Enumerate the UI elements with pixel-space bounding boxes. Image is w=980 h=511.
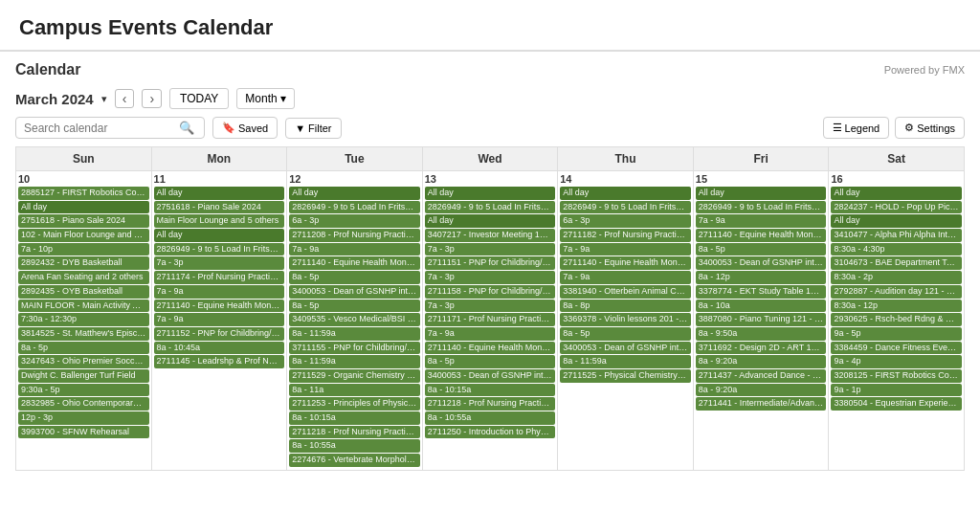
list-item[interactable]: 7a - 9a [560,243,691,256]
list-item[interactable]: 8a - 11a [289,384,420,397]
list-item[interactable]: 9a - 4p [831,355,962,368]
list-item[interactable]: 2711171 - Prof Nursing Practice II - NUR… [425,313,556,326]
list-item[interactable]: 8a - 12p [696,271,827,284]
list-item[interactable]: 2885127 - FIRST Robotics Competition f..… [18,187,149,200]
list-item[interactable]: 12p - 3p [18,411,149,425]
list-item[interactable]: 6a - 3p [289,214,420,228]
list-item[interactable]: 8a - 10:55a [425,411,556,425]
list-item[interactable]: 8a - 9:20a [696,384,827,397]
list-item[interactable]: 7a - 9a [696,214,827,228]
month-year-label[interactable]: March 2024 [15,91,94,107]
list-item[interactable]: 3381940 - Otterbein Animal Coalition OFF… [560,285,691,299]
list-item[interactable]: 2711208 - Prof Nursing Practice I - NURS… [289,229,420,242]
list-item[interactable]: 8:30a - 12p [831,300,962,313]
list-item[interactable]: 2711525 - Physical Chemistry I Lab (WI) … [560,369,691,383]
list-item[interactable]: 2711441 - Intermediate/Advanced Dance... [696,397,827,411]
settings-button[interactable]: ⚙ Settings [895,117,965,139]
list-item[interactable]: All day [289,187,420,200]
list-item[interactable]: 3104673 - BAE Department Tax Aide (for 1… [831,256,962,270]
list-item[interactable]: 8a - 10:15a [289,411,420,425]
list-item[interactable]: 3887080 - Piano Tuning 121 - Riley Audit… [696,313,827,326]
list-item[interactable]: 2711250 - Introduction to Physics II - P… [425,426,556,439]
list-item[interactable]: 2826949 - 9 to 5 Load In Fritsche Family… [289,201,420,214]
list-item[interactable]: 8a - 5p [18,342,149,355]
list-item[interactable]: 2711151 - PNP for Childbring/Childrng Fe… [425,256,556,270]
list-item[interactable]: 8a - 5p [289,271,420,284]
list-item[interactable]: 2711140 - Equine Health Monitoring - EQ … [425,342,556,355]
list-item[interactable]: 2751618 - Piano Sale 2024 [154,201,285,214]
list-item[interactable]: 7a - 9a [425,327,556,341]
list-item[interactable]: 9a - 5p [831,327,962,341]
list-item[interactable]: All day [425,187,556,200]
list-item[interactable]: 2711182 - Prof Nursing Practice I - NURS… [560,229,691,242]
list-item[interactable]: 3400053 - Dean of GSNHP interviews 306 -… [696,256,827,270]
list-item[interactable]: 2832985 - Ohio Contemporary Chinese S [18,397,149,411]
list-item[interactable]: 8a - 9:20a [696,355,827,368]
list-item[interactable]: 8:30a - 4:30p [831,243,962,256]
list-item[interactable]: 2711140 - Equine Health Monitoring - EQ … [696,229,827,242]
list-item[interactable]: 8a - 11:59a [560,355,691,368]
list-item[interactable]: 7a - 9a [289,243,420,256]
list-item[interactable]: 2751618 - Piano Sale 2024 [18,214,149,228]
list-item[interactable]: 2711152 - PNP for Childbring/Childrng Fe… [154,327,285,341]
list-item[interactable]: 2711218 - Prof Nursing Practice I - NUR.… [289,426,420,439]
list-item[interactable]: 8a - 10:55a [289,439,420,453]
list-item[interactable]: 2711253 - Principles of Physics II - PHY… [289,397,420,411]
list-item[interactable]: All day [831,187,962,200]
list-item[interactable]: 7a - 3p [154,256,285,270]
list-item[interactable]: Dwight C. Ballenger Turf Field [18,369,149,383]
list-item[interactable]: 2711145 - Leadrshp & Prof Nur Pract (W 1… [154,355,285,368]
list-item[interactable]: 2930625 - Rsch-bed Rdng & Wrng PK-3... [831,313,962,326]
list-item[interactable]: All day [154,187,285,200]
list-item[interactable]: 8a - 5p [696,243,827,256]
list-item[interactable]: 8a - 5p [425,355,556,368]
list-item[interactable]: All day [696,187,827,200]
list-item[interactable]: 2892435 - OYB Basketball [18,285,149,299]
legend-button[interactable]: ☰ Legend [823,117,890,139]
list-item[interactable]: 2274676 - Vertebrate Morphology - BIO 3 [289,454,420,467]
list-item[interactable]: 7a - 3p [425,271,556,284]
list-item[interactable]: 2711158 - PNP for Childbring/Childrng Fe… [425,285,556,299]
list-item[interactable]: 3400053 - Dean of GSNHP interviews 306 -… [425,369,556,383]
list-item[interactable]: All day [831,214,962,228]
list-item[interactable]: 3247643 - Ohio Premier Soccer Club [18,355,149,368]
list-item[interactable]: 8a - 5p [560,327,691,341]
list-item[interactable]: 8a - 11:59a [289,355,420,368]
list-item[interactable]: 2792887 - Audition day 121 - Riley Audit… [831,285,962,299]
list-item[interactable]: 2711140 - Equine Health Monitoring - EQ … [289,256,420,270]
list-item[interactable]: 7a - 3p [425,300,556,313]
list-item[interactable]: Arena Fan Seating and 2 others [18,271,149,284]
list-item[interactable]: 2826949 - 9 to 5 Load In Fritsche Family… [425,201,556,214]
list-item[interactable]: Main Floor Lounge and 5 others [154,214,285,228]
search-button[interactable]: 🔍 [177,121,196,135]
today-button[interactable]: TODAY [169,88,229,109]
list-item[interactable]: 7a - 10p [18,243,149,256]
next-month-button[interactable]: › [142,89,162,108]
list-item[interactable]: 9:30a - 5p [18,384,149,397]
list-item[interactable]: MAIN FLOOR - Main Activity Area and 2... [18,300,149,313]
list-item[interactable]: All day [154,229,285,242]
list-item[interactable]: 2711140 - Equine Health Monitoring - EQ … [560,256,691,270]
prev-month-button[interactable]: ‹ [115,89,135,108]
list-item[interactable]: 3400053 - Dean of GSNHP interviews 306 -… [289,285,420,299]
list-item[interactable]: 8a - 10:45a [154,342,285,355]
list-item[interactable]: 2892432 - DYB Basketball [18,256,149,270]
list-item[interactable]: 3410477 - Alpha Phi Alpha Intake 110 - S… [831,229,962,242]
list-item[interactable]: 3993700 - SFNW Rehearsal [18,426,149,439]
list-item[interactable]: 7a - 3p [425,243,556,256]
list-item[interactable]: 102 - Main Floor Lounge and 5 others [18,229,149,242]
list-item[interactable]: 8a - 10a [696,300,827,313]
list-item[interactable]: 7a - 9a [154,285,285,299]
list-item[interactable]: 2824237 - HOLD - Pop Up Pickers Club The… [831,201,962,214]
list-item[interactable]: 3378774 - EKT Study Table 112 - Smart Cl… [696,285,827,299]
list-item[interactable]: 2826949 - 9 to 5 Load In Fritsche Family… [560,201,691,214]
list-item[interactable]: 3384459 - Dance Fitness Event Main Loung… [831,342,962,355]
search-input[interactable] [24,122,177,135]
list-item[interactable]: 8a - 8p [560,300,691,313]
list-item[interactable]: 8a - 5p [289,300,420,313]
list-item[interactable]: 3409535 - Vesco Medical/BSI audit 442 - … [289,313,420,326]
list-item[interactable]: 3380504 - Equestrian Experience Day [831,397,962,411]
list-item[interactable]: All day [425,214,556,228]
list-item[interactable]: 8a - 11:59a [289,327,420,341]
list-item[interactable]: 8:30a - 2p [831,271,962,284]
